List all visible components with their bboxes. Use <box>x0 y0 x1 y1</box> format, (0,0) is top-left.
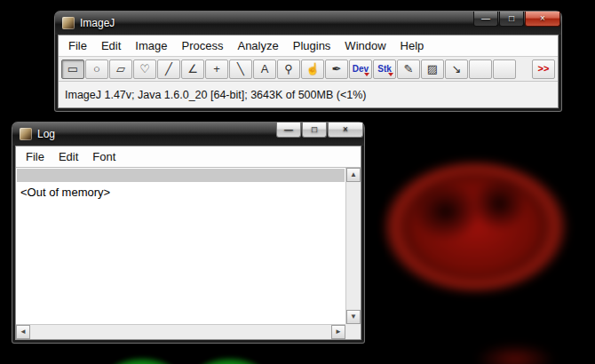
imagej-window-title: ImageJ <box>80 17 115 29</box>
green-fluorescence-brain-image <box>82 343 290 364</box>
menu-process[interactable]: Process <box>175 36 231 55</box>
minimize-button[interactable]: — <box>473 12 498 27</box>
menu-file[interactable]: File <box>19 147 52 166</box>
scrollbar-corner <box>345 324 361 339</box>
stk-menu-tool[interactable]: Stk <box>373 59 396 79</box>
maximize-button[interactable]: □ <box>302 123 327 138</box>
color-picker-tool-icon[interactable]: ✒ <box>325 59 348 79</box>
line-tool-icon[interactable]: ╱ <box>157 59 180 79</box>
log-window-controls: — □ × <box>275 123 363 138</box>
selected-line-highlight <box>17 169 345 182</box>
scroll-left-icon[interactable]: ◄ <box>16 325 30 339</box>
menu-edit[interactable]: Edit <box>52 147 85 166</box>
polygon-tool-icon[interactable]: ▱ <box>109 59 132 79</box>
vertical-scrollbar[interactable]: ▲ ▼ <box>345 168 361 324</box>
log-message: <Out of memory> <box>20 186 110 199</box>
imagej-client-area: File Edit Image Process Analyze Plugins … <box>58 35 559 108</box>
red-fluorescence-brain-image <box>353 131 595 322</box>
wand-tool-icon[interactable]: ╲ <box>229 59 252 79</box>
menu-analyze[interactable]: Analyze <box>230 36 285 55</box>
rectangle-tool-icon[interactable]: ▭ <box>61 59 84 79</box>
imagej-window: ImageJ — □ × File Edit Image Process Ana… <box>55 12 561 111</box>
log-client-area: File Edit Font <Out of memory> ▲ ▼ ◄ ► <box>15 146 361 340</box>
dev-menu-tool[interactable]: Dev <box>349 59 372 79</box>
oval-tool-icon[interactable]: ○ <box>85 59 108 79</box>
menu-help[interactable]: Help <box>393 36 432 55</box>
imagej-toolbar: ▭ ○ ▱ ♡ ╱ ∠ + ╲ A ⚲ ☝ ✒ Dev Stk ✎ ▨ ↘ >> <box>59 56 558 82</box>
log-window-title: Log <box>37 128 55 140</box>
desktop: ImageJ — □ × File Edit Image Process Ana… <box>0 0 595 364</box>
menu-edit[interactable]: Edit <box>94 36 128 55</box>
status-text: ImageJ 1.47v; Java 1.6.0_20 [64-bit]; 36… <box>65 89 366 101</box>
point-tool-icon[interactable]: + <box>205 59 228 79</box>
zoom-tool-icon[interactable]: ⚲ <box>277 59 300 79</box>
log-text-area[interactable]: <Out of memory> ▲ ▼ ◄ ► <box>16 167 361 339</box>
blank-tool-slot[interactable] <box>469 59 492 79</box>
close-button[interactable]: × <box>328 123 363 138</box>
close-button[interactable]: × <box>525 12 560 27</box>
menu-window[interactable]: Window <box>337 36 393 55</box>
log-menubar: File Edit Font <box>16 146 361 167</box>
log-titlebar[interactable]: Log — □ × <box>12 123 364 146</box>
imagej-statusbar: ImageJ 1.47v; Java 1.6.0_20 [64-bit]; 36… <box>59 82 558 107</box>
minimize-button[interactable]: — <box>276 123 301 138</box>
horizontal-scrollbar[interactable]: ◄ ► <box>16 324 345 339</box>
imagej-titlebar[interactable]: ImageJ — □ × <box>55 12 561 35</box>
freehand-tool-icon[interactable]: ♡ <box>133 59 156 79</box>
menu-file[interactable]: File <box>61 36 94 55</box>
more-tools-button[interactable]: >> <box>532 59 555 79</box>
hand-tool-icon[interactable]: ☝ <box>301 59 324 79</box>
log-window: Log — □ × File Edit Font <Out of memory>… <box>12 123 364 343</box>
scroll-right-icon[interactable]: ► <box>331 325 345 339</box>
imagej-app-icon[interactable] <box>20 128 32 140</box>
maximize-button[interactable]: □ <box>499 12 524 27</box>
red-fluorescence-smudge <box>462 333 568 364</box>
menu-plugins[interactable]: Plugins <box>286 36 338 55</box>
menu-image[interactable]: Image <box>128 36 174 55</box>
angle-tool-icon[interactable]: ∠ <box>181 59 204 79</box>
blank-tool-slot[interactable] <box>493 59 516 79</box>
scroll-down-icon[interactable]: ▼ <box>346 310 361 324</box>
scroll-up-icon[interactable]: ▲ <box>346 168 361 182</box>
brush-tool-icon[interactable]: ✎ <box>397 59 420 79</box>
fill-tool-icon[interactable]: ▨ <box>421 59 444 79</box>
menu-font[interactable]: Font <box>85 147 123 166</box>
imagej-window-controls: — □ × <box>472 12 560 27</box>
arrow-tool-icon[interactable]: ↘ <box>445 59 468 79</box>
imagej-app-icon[interactable] <box>62 17 75 29</box>
text-tool-icon[interactable]: A <box>253 59 276 79</box>
imagej-menubar: File Edit Image Process Analyze Plugins … <box>59 36 558 56</box>
